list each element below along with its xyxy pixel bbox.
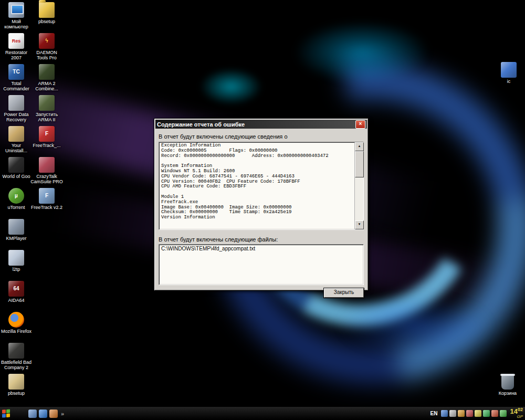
desktop-icon-label: FreeTrack v2.2 (31, 205, 62, 210)
report-files-area[interactable]: C:\WINDOWS\TEMP\4fd_appcompat.txt (159, 244, 364, 285)
taskbar-clock[interactable]: 14 02 GP (510, 408, 523, 419)
freetrack-icon: F (39, 188, 55, 204)
tray-icons (441, 410, 507, 417)
folder-icon (39, 2, 55, 18)
desktop-icon-label: ic (507, 79, 511, 84)
wallpaper-glow (294, 21, 430, 84)
wallpaper-glow (336, 294, 494, 357)
desktop-icon-freetrack[interactable]: F FreeTrack v2.2 (30, 188, 63, 219)
desktop-icon-pbsetup-1[interactable]: pbsetup (0, 374, 33, 405)
desktop-icon-daemon-tools[interactable]: ϟ DAEMON Tools Pro (30, 33, 63, 64)
arma2-combined-icon (39, 64, 55, 80)
desktop-icon-label: Your Uninstall... (0, 143, 33, 153)
desktop-icon-label: uTorrent (7, 205, 25, 210)
desktop-icon-world-of-goo[interactable]: World of Goo (0, 157, 33, 188)
close-icon[interactable]: × (355, 120, 365, 129)
desktop-icon-power-data-recovery[interactable]: Power Data Recovery (0, 95, 33, 126)
desktop-icon-arma2-combined[interactable]: ARMA 2 Combine... (30, 64, 63, 95)
internet-explorer-icon[interactable] (39, 410, 47, 418)
desktop-icon-run-arma2[interactable]: Запустить ARMA II (30, 95, 63, 126)
tray-antivirus-icon[interactable] (466, 410, 473, 417)
tray-battery-icon[interactable] (483, 410, 490, 417)
desktop-icon-utorrent[interactable]: µ uTorrent (0, 188, 33, 219)
desktop-icon-label: Мой компьютер (0, 19, 33, 29)
dialog-title: Содержание отчета об ошибке (157, 121, 355, 128)
daemon-tools-icon: ϟ (39, 33, 55, 49)
desktop-icon-battlefield-bc2[interactable]: Battlefield Bad Company 2 (0, 343, 33, 374)
start-flag-square (6, 409, 10, 413)
tray-messenger-icon[interactable] (475, 410, 481, 417)
report-text-area[interactable]: Exception Information Code: 0xc0000005 F… (159, 142, 364, 230)
report-file-path: C:\WINDOWS\TEMP\4fd_appcompat.txt (161, 246, 255, 251)
your-uninstaller-icon (8, 126, 24, 142)
tray-update-icon[interactable] (458, 410, 465, 417)
my-computer-icon (8, 2, 24, 18)
crazytalk-icon (39, 157, 55, 173)
start-button[interactable] (2, 409, 10, 418)
chevron-more-icon[interactable]: » (61, 411, 64, 417)
desktop-icon-label: Mozilla Firefox (1, 329, 32, 334)
desktop-icon-label: Total Commander (0, 81, 33, 91)
recycle-bin-icon (501, 374, 514, 390)
power-data-recovery-icon (8, 95, 24, 111)
aida64-icon: 64 (8, 281, 24, 297)
utorrent-icon: µ (8, 188, 24, 204)
desktop-icon-label: FreeTrack_... (33, 143, 60, 148)
desktop-icon-label: Корзина (499, 391, 517, 396)
desktop-icon-my-computer[interactable]: Мой компьютер (0, 2, 33, 33)
dialog-title-bar[interactable]: Содержание отчета об ошибке × (155, 120, 367, 129)
pbsetup-icon (8, 374, 24, 390)
desktop-icon-your-uninstaller[interactable]: Your Uninstall... (0, 126, 33, 157)
tray-network-icon[interactable] (441, 410, 448, 417)
desktop-icon-label: pbsetup (38, 19, 55, 24)
report-info-label: В отчет будут включены следующие сведени… (159, 133, 364, 140)
desktop-icon-column-1: Мой компьютер Res Restorator 2007 TC Tot… (0, 2, 33, 405)
arma2-run-icon (39, 95, 55, 111)
kmplayer-icon (8, 219, 24, 235)
media-player-icon[interactable] (49, 410, 58, 418)
desktop-icon-aida64[interactable]: 64 AIDA64 (0, 281, 33, 312)
ic-icon (501, 62, 517, 78)
desktop-icon-label: ARMA 2 Combine... (30, 81, 63, 91)
error-report-dialog: Содержание отчета об ошибке × В отчет бу… (154, 118, 369, 291)
desktop-icon-restorator[interactable]: Res Restorator 2007 (0, 33, 33, 64)
quick-launch (28, 410, 58, 418)
desktop-icon-freetrack-installer[interactable]: F FreeTrack_... (30, 126, 63, 157)
start-flag-square (2, 410, 6, 413)
scroll-up-icon[interactable]: ▲ (355, 142, 364, 151)
desktop-icon-label: l2tp (13, 267, 20, 272)
total-commander-icon: TC (8, 64, 24, 80)
desktop-icon-recycle-bin[interactable]: Корзина (491, 374, 524, 405)
desktop-icon-pbsetup-folder[interactable]: pbsetup (30, 2, 63, 33)
desktop-icon-total-commander[interactable]: TC Total Commander (0, 64, 33, 95)
report-scrollbar[interactable]: ▲ ▼ (354, 142, 363, 229)
system-tray: EN 14 02 GP (429, 408, 525, 419)
desktop-icon-label: Battlefield Bad Company 2 (0, 360, 33, 370)
tray-alert-icon[interactable] (491, 410, 498, 417)
tray-volume-icon[interactable] (449, 410, 456, 417)
clock-minutes: 02 (518, 407, 523, 412)
desktop-icon-label: pbsetup (8, 391, 25, 396)
l2tp-icon (8, 250, 24, 266)
freetrack-installer-icon: F (39, 126, 55, 142)
language-indicator[interactable]: EN (429, 410, 439, 417)
show-desktop-icon[interactable] (28, 410, 37, 418)
desktop-icon-column-2: pbsetup ϟ DAEMON Tools Pro ARMA 2 Combin… (30, 2, 63, 219)
scroll-down-icon[interactable]: ▼ (355, 220, 364, 229)
desktop-icon-label: CrazyTalk CamSuite PRO (30, 174, 63, 184)
desktop-icon-ic[interactable]: ic (492, 62, 525, 93)
desktop-icon-label: KMPlayer (6, 236, 26, 241)
desktop-icon-label: DAEMON Tools Pro (30, 50, 63, 60)
clock-suffix: GP (517, 415, 523, 419)
close-button[interactable]: Закрыть (324, 288, 364, 298)
wallpaper-glow (200, 68, 262, 105)
tray-wifi-icon[interactable] (500, 410, 507, 417)
scrollbar-thumb[interactable] (355, 151, 364, 177)
desktop-icon-l2tp[interactable]: l2tp (0, 250, 33, 281)
firefox-icon (8, 312, 24, 328)
desktop-icon-crazytalk[interactable]: CrazyTalk CamSuite PRO (30, 157, 63, 188)
start-flag-square (6, 413, 10, 417)
world-of-goo-icon (8, 157, 24, 173)
desktop-icon-mozilla-firefox[interactable]: Mozilla Firefox (0, 312, 33, 343)
desktop-icon-kmplayer[interactable]: KMPlayer (0, 219, 33, 250)
